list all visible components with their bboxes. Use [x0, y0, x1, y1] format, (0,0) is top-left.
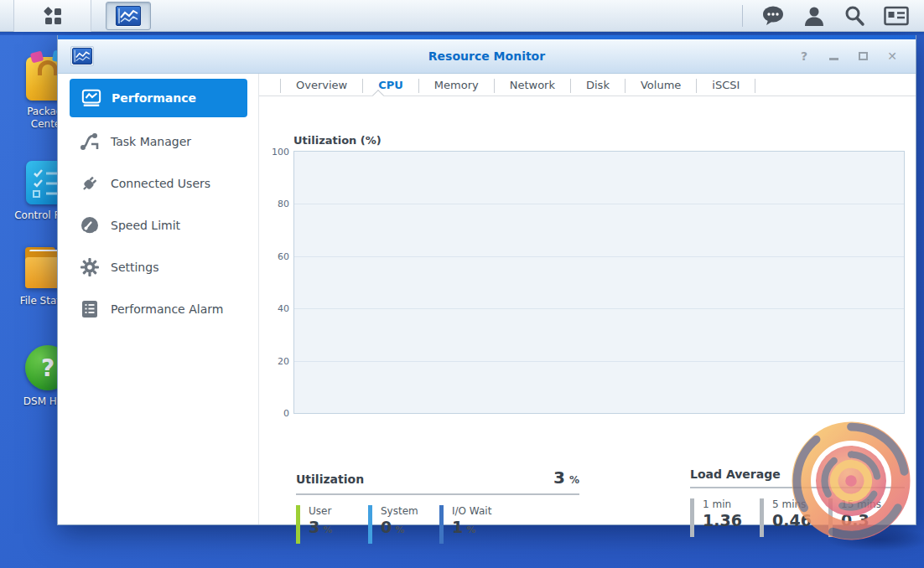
gridline	[294, 204, 904, 204]
watermark-shadow	[826, 528, 924, 551]
desktop: Package Center Control Panel File Statio…	[0, 0, 924, 568]
legend-unit: %	[323, 524, 332, 535]
cpu-panel: Overview CPU Memory Network Disk Volume …	[259, 74, 916, 524]
taskbar-tray	[742, 5, 924, 27]
window-controls: ? ✕	[797, 49, 916, 63]
window-title: Resource Monitor	[58, 49, 916, 63]
tab-memory[interactable]: Memory	[419, 75, 494, 96]
load-1min: 1 min 1.36	[690, 498, 760, 537]
load-label: 15 mins	[841, 498, 897, 510]
legend-system: System 0%	[368, 505, 439, 544]
legend-label: System	[381, 505, 439, 517]
search-icon[interactable]	[844, 5, 865, 27]
utilization-chart: Utilization (%) 100 80 60 40 20 0	[293, 134, 905, 414]
utilization-heading: Utilization	[296, 472, 364, 486]
legend-value: 1	[452, 518, 463, 536]
y-axis-tick: 100	[272, 147, 289, 157]
app-grid-icon	[43, 6, 63, 26]
tab-iscsi[interactable]: iSCSI	[697, 75, 755, 96]
legend-user: User 3%	[296, 505, 368, 544]
load-label: 5 mins	[772, 498, 828, 510]
sidebar-item-label: Connected Users	[111, 177, 210, 190]
tab-volume[interactable]: Volume	[626, 75, 696, 96]
tab-overview[interactable]: Overview	[281, 75, 362, 96]
legend-value: 3	[309, 518, 319, 536]
sidebar-item-performance[interactable]: Performance	[70, 79, 247, 117]
taskbar	[0, 0, 924, 32]
chart-plot-area: 100 80 60 40 20 0	[293, 151, 905, 414]
performance-alarm-icon	[80, 299, 100, 319]
help-button[interactable]: ?	[797, 49, 811, 63]
load-value: 1.36	[703, 510, 760, 530]
sidebar-item-settings[interactable]: Settings	[58, 246, 258, 288]
sidebar: Performance Task Manager	[58, 74, 259, 524]
settings-gear-icon	[80, 257, 100, 277]
legend-io-wait: I/O Wait 1%	[439, 505, 509, 544]
tab-bar: Overview CPU Memory Network Disk Volume …	[280, 74, 916, 96]
window-titlebar[interactable]: Resource Monitor ? ✕	[58, 39, 916, 74]
main-menu-button[interactable]	[14, 0, 91, 32]
resource-monitor-taskbar-button[interactable]	[106, 2, 151, 30]
sidebar-item-label: Performance Alarm	[111, 302, 223, 316]
tab-bar-separator	[259, 96, 916, 96]
utilization-summary: Utilization 3% User 3% System 0%	[296, 467, 579, 544]
utilization-value: 3	[553, 467, 565, 488]
notifications-chat-icon[interactable]	[761, 5, 785, 27]
legend-unit: %	[466, 524, 475, 535]
load-5min: 5 mins 0.46	[760, 498, 828, 537]
gridline	[294, 361, 904, 362]
sidebar-item-task-manager[interactable]: Task Manager	[58, 121, 258, 163]
y-axis-tick: 80	[278, 199, 289, 209]
close-button[interactable]: ✕	[885, 49, 899, 63]
y-axis-tick: 20	[278, 356, 289, 367]
sidebar-item-speed-limit[interactable]: Speed Limit	[58, 204, 258, 246]
resource-monitor-window: Resource Monitor ? ✕	[57, 35, 916, 525]
gridline	[294, 308, 904, 309]
load-average-heading: Load Average	[690, 467, 781, 481]
legend-unit: %	[395, 524, 404, 535]
load-average-summary: Load Average 1 min 1.36 5 mins 0.46	[690, 467, 905, 537]
pilot-view-icon[interactable]	[884, 6, 909, 26]
legend-label: User	[309, 505, 368, 517]
tab-disk[interactable]: Disk	[571, 75, 625, 96]
sidebar-item-performance-alarm[interactable]: Performance Alarm	[58, 288, 258, 330]
sidebar-item-label: Speed Limit	[111, 219, 180, 232]
y-axis-tick: 0	[283, 408, 289, 419]
chart-title: Utilization (%)	[293, 134, 905, 147]
load-label: 1 min	[703, 498, 760, 510]
minimize-icon	[829, 58, 838, 60]
taskbar-divider	[742, 5, 743, 27]
legend-label: I/O Wait	[452, 505, 509, 517]
speed-limit-icon	[80, 215, 100, 235]
load-value: 0.46	[772, 510, 828, 530]
legend-value: 0	[381, 518, 392, 536]
tab-divider	[755, 79, 755, 93]
maximize-icon	[859, 52, 868, 60]
utilization-unit: %	[569, 474, 579, 486]
window-app-icon	[70, 46, 94, 66]
taskbar-segment	[0, 0, 14, 32]
sidebar-item-connected-users[interactable]: Connected Users	[58, 163, 258, 204]
minimize-button[interactable]	[827, 49, 840, 63]
sidebar-item-label: Task Manager	[111, 135, 191, 148]
sidebar-item-label: Performance	[112, 91, 196, 105]
sidebar-item-label: Settings	[111, 261, 158, 274]
tab-network[interactable]: Network	[495, 75, 570, 96]
gridline	[294, 256, 904, 257]
user-account-icon[interactable]	[803, 5, 825, 27]
connected-users-icon	[80, 173, 100, 194]
performance-icon	[81, 88, 101, 108]
resource-monitor-icon	[116, 6, 141, 26]
y-axis-tick: 60	[278, 251, 289, 262]
stats-section: Utilization 3% User 3% System 0%	[293, 467, 905, 551]
maximize-button[interactable]	[856, 49, 869, 63]
y-axis-tick: 40	[278, 303, 289, 314]
task-manager-icon	[80, 132, 100, 152]
tab-cpu[interactable]: CPU	[363, 75, 418, 96]
